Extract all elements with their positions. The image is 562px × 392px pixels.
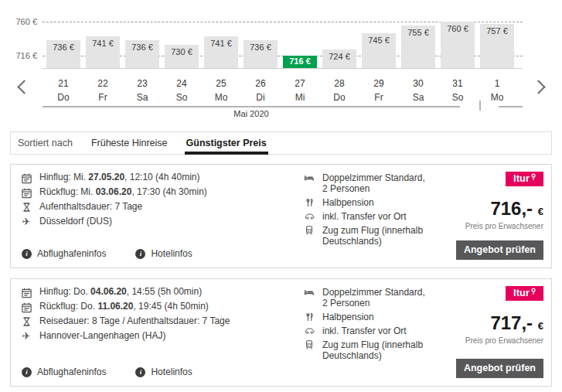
board-row: Halbpension [303, 197, 469, 208]
calendar-icon [20, 172, 32, 183]
train-icon [303, 225, 315, 236]
date-day: 26 [244, 78, 278, 89]
date-day: 27 [283, 78, 317, 89]
hourglass-icon [20, 316, 32, 327]
airport-info-link[interactable]: iAbflughafeninfos [22, 248, 106, 259]
date-weekday: Mi [283, 92, 317, 103]
train-text: Zug zum Flug (innerhalbDeutschlands) [322, 225, 423, 247]
date-day: 28 [322, 78, 356, 89]
date-weekday: So [441, 92, 475, 103]
date-day: 1 [480, 78, 514, 89]
date-weekday: Fr [362, 92, 396, 103]
month-label: Mai 2020 [43, 109, 460, 118]
price-bar[interactable]: 760 € [441, 22, 475, 68]
date-day: 22 [86, 78, 120, 89]
outbound-flight-row: Hinflug: Mi. 27.05.20, 12:10 (4h 40min) [20, 172, 287, 183]
info-icon: i [135, 249, 145, 259]
price-bar[interactable]: 724 € [322, 49, 356, 68]
price-chart: 760 € 716 € 736 €21Do741 €22Fr736 €23Sa7… [0, 0, 562, 128]
board-text: Halbpension [322, 312, 374, 322]
car-icon [303, 326, 315, 336]
room-row: Doppelzimmer Standard,2 Personen [303, 172, 469, 194]
duration-row: Reisedauer: 8 Tage / Aufenthaltsdauer: 7… [20, 316, 287, 327]
package-details: Doppelzimmer Standard,2 Personen Halbpen… [303, 287, 469, 364]
price-bar[interactable]: 730 € [165, 45, 199, 68]
y-tick-716: 716 € [5, 51, 37, 60]
price-bar[interactable]: 716 € [283, 56, 317, 68]
price-bar[interactable]: 745 € [362, 33, 396, 68]
chevron-left-icon[interactable] [17, 80, 31, 94]
date-day: 31 [441, 78, 475, 89]
date-weekday: Do [46, 92, 80, 103]
flight-details: Hinflug: Mi. 27.05.20, 12:10 (4h 40min) … [20, 172, 287, 231]
ltur-logo: ltur [506, 286, 543, 301]
price-value: 717,- € [451, 312, 543, 334]
info-icon: i [22, 367, 32, 377]
date-day: 24 [165, 78, 199, 89]
month-line-may [43, 106, 460, 107]
flight-details: Hinflug: Do. 04.06.20, 14:55 (5h 00min) … [20, 287, 287, 346]
airport-info-link[interactable]: iAbflughafeninfos [22, 366, 106, 377]
transfer-row: inkl. Transfer vor Ort [303, 211, 469, 222]
date-weekday: Fr [86, 92, 120, 103]
tab-guenstigster-preis[interactable]: Günstigster Preis [186, 132, 267, 154]
date-weekday: Sa [401, 92, 435, 103]
transfer-text: inkl. Transfer vor Ort [322, 326, 407, 336]
transfer-text: inkl. Transfer vor Ort [322, 211, 407, 222]
inbound-flight-row: Rückflug: Mi. 03.06.20, 17:30 (4h 30min) [20, 187, 287, 198]
package-details: Doppelzimmer Standard,2 Personen Halbpen… [303, 172, 469, 250]
chevron-right-icon[interactable] [531, 80, 545, 94]
outbound-text: Hinflug: Mi. 27.05.20, 12:10 (4h 40min) [39, 172, 199, 182]
price-note: Preis pro Erwachsener [451, 336, 543, 345]
date-weekday: Di [244, 92, 278, 103]
train-icon [303, 339, 315, 350]
plane-icon: ✈ [20, 331, 32, 342]
card-links: iAbflughafeninfos iHotelinfos [22, 248, 222, 259]
inbound-text: Rückflug: Mi. 03.06.20, 17:30 (4h 30min) [39, 187, 207, 197]
calendar-icon [20, 187, 32, 198]
hotel-info-link[interactable]: iHotelinfos [135, 248, 192, 259]
date-weekday: So [165, 92, 199, 103]
inbound-flight-row: Rückflug: Do. 11.06.20, 19:45 (4h 50min) [20, 302, 287, 312]
calendar-icon [20, 287, 32, 298]
info-icon: i [135, 367, 145, 377]
inbound-text: Rückflug: Do. 11.06.20, 19:45 (4h 50min) [39, 302, 209, 312]
price-bar[interactable]: 736 € [244, 40, 278, 68]
ltur-logo: ltur [506, 172, 543, 186]
info-icon: i [22, 249, 32, 259]
price-bar[interactable]: 757 € [480, 24, 514, 68]
tab-frueheste-hinreise[interactable]: Früheste Hinreise [91, 132, 168, 154]
date-day: 21 [46, 78, 80, 89]
plane-icon: ✈ [20, 216, 32, 227]
price-bar[interactable]: 741 € [204, 36, 238, 68]
bed-icon [303, 172, 315, 183]
price-panel: ltur 717,- € Preis pro Erwachsener [451, 285, 543, 345]
price-bar[interactable]: 736 € [46, 40, 80, 68]
check-offer-button[interactable]: Angebot prüfen [456, 359, 543, 378]
month-line-june [499, 106, 523, 107]
x-axis-line [43, 68, 523, 69]
price-bar[interactable]: 741 € [86, 36, 120, 68]
car-icon [303, 211, 315, 222]
calendar-icon [20, 302, 32, 312]
room-text: Doppelzimmer Standard,2 Personen [322, 287, 425, 308]
check-offer-button[interactable]: Angebot prüfen [456, 240, 543, 260]
date-weekday: Sa [125, 92, 159, 103]
hotel-info-link[interactable]: iHotelinfos [135, 366, 192, 377]
hourglass-icon [20, 202, 32, 213]
price-value: 716,- € [451, 198, 543, 220]
price-panel: ltur 716,- € Preis pro Erwachsener [451, 171, 543, 230]
price-bar[interactable]: 755 € [401, 26, 435, 68]
date-weekday: Mo [480, 92, 514, 103]
price-note: Preis pro Erwachsener [451, 222, 543, 230]
date-day: 25 [204, 78, 238, 89]
board-text: Halbpension [322, 197, 374, 208]
board-row: Halbpension [303, 312, 469, 322]
price-bar[interactable]: 736 € [125, 40, 159, 68]
airport-text: Hannover-Langenhagen (HAJ) [39, 331, 165, 341]
duration-text: Aufenthaltsdauer: 7 Tage [39, 202, 142, 212]
offer-card: Hinflug: Mi. 27.05.20, 12:10 (4h 40min) … [10, 164, 552, 268]
card-links: iAbflughafeninfos iHotelinfos [22, 366, 222, 377]
transfer-row: inkl. Transfer vor Ort [303, 326, 469, 336]
room-row: Doppelzimmer Standard,2 Personen [303, 287, 469, 308]
